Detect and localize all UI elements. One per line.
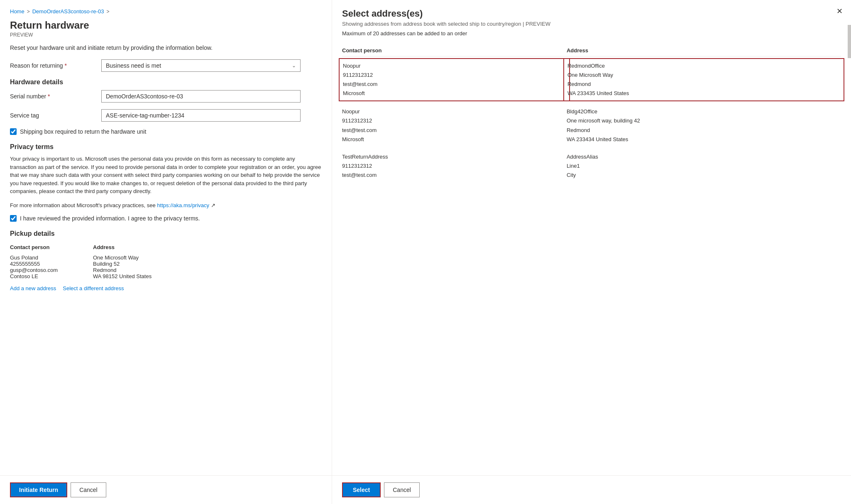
pickup-table: Contact person Address Gus Poland 425555… <box>10 242 322 281</box>
cancel-button-right[interactable]: Cancel <box>384 482 420 497</box>
close-button[interactable]: ✕ <box>836 7 843 16</box>
pickup-address-line2: Building 52 <box>93 261 318 267</box>
breadcrumb-home[interactable]: Home <box>10 8 24 15</box>
service-row: Service tag <box>10 109 322 122</box>
address-entry: Bldg42OfficeOne microsoft way, building … <box>567 107 841 144</box>
address-entry: AddressAliasLine1City <box>567 152 841 180</box>
pickup-contact-company: Contoso LE <box>10 273 90 279</box>
left-footer: Initiate Return Cancel <box>0 475 332 504</box>
service-control <box>101 109 301 122</box>
privacy-checkbox[interactable] <box>10 215 17 222</box>
panel-note: Maximum of 20 addresses can be added to … <box>342 30 841 37</box>
address-row[interactable]: TestReturnAddress9112312312test@test.com… <box>342 148 841 184</box>
reason-control: Business need is met ⌄ <box>101 59 301 72</box>
address-contact-cell: Noopur9112312312test@test.comMicrosoft <box>342 56 567 103</box>
privacy-link-para: For more information about Microsoft's p… <box>10 201 322 210</box>
address-addr-cell: AddressAliasLine1City <box>567 148 841 184</box>
contact-entry: Noopur9112312312test@test.comMicrosoft <box>342 107 567 144</box>
col-address: Address <box>567 45 841 56</box>
service-input[interactable] <box>101 109 301 122</box>
address-contact-cell: TestReturnAddress9112312312test@test.com <box>342 148 567 184</box>
contact-entry: Noopur9112312312test@test.comMicrosoft <box>343 61 566 98</box>
panel-title: Select address(es) <box>342 8 841 19</box>
breadcrumb: Home > DemoOrderAS3contoso-re-03 > <box>10 8 322 15</box>
address-addr-cell: Bldg42OfficeOne microsoft way, building … <box>567 103 841 148</box>
pickup-data-row: Gus Poland 4255555555 gusp@contoso.com C… <box>10 253 322 281</box>
external-link-icon: ↗ <box>211 202 215 208</box>
pickup-section: Pickup details Contact person Address Gu… <box>10 230 322 291</box>
pickup-contact-email: gusp@contoso.com <box>10 267 90 273</box>
breadcrumb-sep2: > <box>106 9 109 15</box>
scrollbar-thumb[interactable] <box>848 25 851 58</box>
reason-row: Reason for returning * Business need is … <box>10 59 322 72</box>
address-contact-cell: Noopur9112312312test@test.comMicrosoft <box>342 103 567 148</box>
pickup-col-address: Address <box>93 242 322 253</box>
serial-label: Serial number * <box>10 93 101 100</box>
cancel-button-left[interactable]: Cancel <box>71 482 106 497</box>
pickup-address: One Microsoft Way Building 52 Redmond WA… <box>93 253 322 281</box>
pickup-address-line1: One Microsoft Way <box>93 254 318 261</box>
reason-value: Business need is met <box>106 62 161 69</box>
pickup-address-line3: Redmond <box>93 267 318 273</box>
left-content: Home > DemoOrderAS3contoso-re-03 > Retur… <box>0 0 332 475</box>
service-label: Service tag <box>10 112 101 119</box>
hardware-section-title: Hardware details <box>10 78 322 86</box>
breadcrumb-order[interactable]: DemoOrderAS3contoso-re-03 <box>32 8 104 15</box>
address-addr-cell: RedmondOfficeOne Microsoft WayRedmondWA … <box>567 56 841 103</box>
pickup-contact-name: Gus Poland <box>10 254 90 261</box>
add-address-link[interactable]: Add a new address <box>10 285 56 291</box>
reason-dropdown[interactable]: Business need is met ⌄ <box>101 59 301 72</box>
panel-subtitle: Showing addresses from address book with… <box>342 21 841 27</box>
select-address-link[interactable]: Select a different address <box>63 285 124 291</box>
right-footer: Select Cancel <box>332 475 851 504</box>
right-content: ✕ Select address(es) Showing addresses f… <box>332 0 851 475</box>
pickup-contact: Gus Poland 4255555555 gusp@contoso.com C… <box>10 253 93 281</box>
left-panel: Home > DemoOrderAS3contoso-re-03 > Retur… <box>0 0 332 504</box>
address-table: Contact person Address Noopur9112312312t… <box>342 45 841 184</box>
chevron-down-icon: ⌄ <box>292 63 296 69</box>
privacy-link[interactable]: https://aka.ms/privacy <box>157 202 209 208</box>
address-row[interactable]: Noopur9112312312test@test.comMicrosoft B… <box>342 103 841 148</box>
serial-control <box>101 90 301 103</box>
pickup-address-line4: WA 98152 United States <box>93 273 318 279</box>
shipping-label: Shipping box required to return the hard… <box>20 128 146 135</box>
serial-row: Serial number * <box>10 90 322 103</box>
address-row[interactable]: Noopur9112312312test@test.comMicrosoft R… <box>342 56 841 103</box>
contact-entry: TestReturnAddress9112312312test@test.com <box>342 152 567 180</box>
col-contact: Contact person <box>342 45 567 56</box>
page-subtitle: PREVIEW <box>10 32 322 38</box>
privacy-title: Privacy terms <box>10 143 322 151</box>
selected-address: RedmondOfficeOne Microsoft WayRedmondWA … <box>563 58 844 101</box>
breadcrumb-sep1: > <box>27 9 30 15</box>
privacy-agree-row: I have reviewed the provided information… <box>10 215 322 222</box>
address-links: Add a new address Select a different add… <box>10 285 322 291</box>
page-description: Reset your hardware unit and initiate re… <box>10 44 322 51</box>
hardware-details-section: Hardware details Serial number * Service… <box>10 78 322 122</box>
reason-label: Reason for returning * <box>10 62 101 69</box>
privacy-agree-label: I have reviewed the provided information… <box>20 215 200 222</box>
serial-input[interactable] <box>101 90 301 103</box>
select-button[interactable]: Select <box>342 482 381 497</box>
initiate-return-button[interactable]: Initiate Return <box>10 482 67 497</box>
right-panel: ✕ Select address(es) Showing addresses f… <box>332 0 851 504</box>
pickup-title: Pickup details <box>10 230 322 237</box>
shipping-checkbox-row: Shipping box required to return the hard… <box>10 128 322 135</box>
pickup-col-contact: Contact person <box>10 242 93 253</box>
selected-contact: Noopur9112312312test@test.comMicrosoft <box>339 58 570 101</box>
page-title: Return hardware <box>10 20 322 31</box>
pickup-contact-phone: 4255555555 <box>10 261 90 267</box>
shipping-checkbox[interactable] <box>10 128 17 135</box>
privacy-text: Your privacy is important to us. Microso… <box>10 155 322 196</box>
address-entry: RedmondOfficeOne Microsoft WayRedmondWA … <box>567 61 840 98</box>
